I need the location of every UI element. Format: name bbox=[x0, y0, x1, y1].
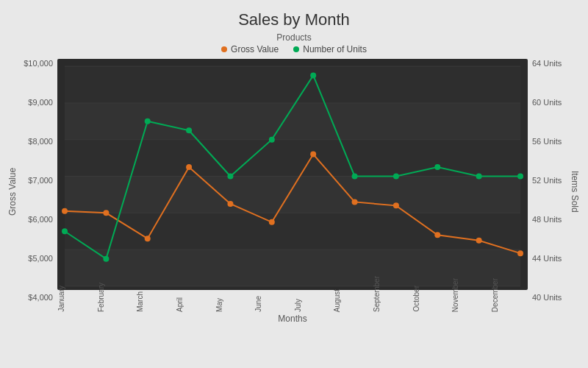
x-tick: August bbox=[333, 289, 370, 312]
svg-point-24 bbox=[476, 238, 482, 244]
y-tick-right: 40 Units bbox=[532, 293, 562, 302]
chart-wrapper: Gross Value $10,000$9,000$8,000$7,000$6,… bbox=[7, 59, 581, 324]
svg-point-18 bbox=[227, 201, 233, 207]
y-tick-left: $9,000 bbox=[28, 98, 53, 107]
y-tick-left: $8,000 bbox=[28, 137, 53, 146]
svg-point-16 bbox=[145, 236, 151, 241]
svg-point-21 bbox=[352, 199, 358, 205]
svg-point-27 bbox=[103, 256, 109, 262]
svg-point-14 bbox=[62, 208, 68, 214]
x-tick: October bbox=[412, 286, 449, 312]
y-tick-left: $7,000 bbox=[28, 176, 53, 185]
svg-point-26 bbox=[62, 228, 68, 234]
svg-point-20 bbox=[310, 152, 316, 158]
y-tick-right: 60 Units bbox=[532, 98, 562, 107]
svg-point-25 bbox=[517, 250, 523, 256]
y-axis-left-group: Gross Value $10,000$9,000$8,000$7,000$6,… bbox=[7, 59, 57, 324]
svg-rect-9 bbox=[65, 213, 520, 250]
svg-point-23 bbox=[434, 232, 440, 238]
legend-label-gross: Gross Value bbox=[231, 44, 279, 54]
y-tick-right: 44 Units bbox=[532, 254, 562, 263]
chart-svg-container bbox=[57, 59, 528, 290]
legend-items: Gross Value Number of Units bbox=[221, 44, 367, 54]
svg-point-19 bbox=[269, 219, 275, 225]
chart-title: Sales by Month bbox=[238, 10, 350, 29]
legend-item-units: Number of Units bbox=[293, 44, 367, 54]
svg-point-17 bbox=[186, 164, 192, 170]
x-tick: September bbox=[373, 276, 409, 312]
y-axis-left-label: Gross Value bbox=[7, 59, 18, 324]
svg-point-22 bbox=[393, 202, 399, 208]
x-tick: July bbox=[294, 299, 331, 312]
svg-point-36 bbox=[476, 174, 482, 180]
legend-dot-units bbox=[293, 46, 299, 52]
y-axis-right: 64 Units60 Units56 Units52 Units48 Units… bbox=[528, 59, 569, 324]
svg-point-37 bbox=[517, 174, 523, 180]
y-tick-left: $6,000 bbox=[28, 215, 53, 224]
x-axis-labels: JanuaryFebruaryMarchAprilMayJuneJulyAugu… bbox=[57, 290, 528, 312]
y-tick-left: $5,000 bbox=[28, 254, 53, 263]
y-tick-right: 52 Units bbox=[532, 176, 562, 185]
svg-point-34 bbox=[393, 174, 399, 180]
x-axis-title: Months bbox=[57, 314, 528, 324]
svg-rect-1 bbox=[65, 66, 520, 103]
y-axis-right-group: 64 Units60 Units56 Units52 Units48 Units… bbox=[528, 59, 581, 324]
x-tick: December bbox=[491, 278, 528, 312]
svg-point-28 bbox=[145, 118, 151, 124]
y-tick-right: 64 Units bbox=[532, 59, 562, 68]
svg-point-33 bbox=[352, 174, 358, 180]
svg-point-30 bbox=[227, 174, 233, 180]
x-tick: June bbox=[254, 296, 291, 312]
svg-rect-7 bbox=[65, 177, 520, 213]
y-tick-left: $10,000 bbox=[24, 59, 53, 68]
legend-item-gross: Gross Value bbox=[221, 44, 279, 54]
x-tick: May bbox=[215, 298, 252, 312]
svg-point-32 bbox=[310, 72, 316, 78]
y-tick-right: 48 Units bbox=[532, 215, 562, 224]
svg-point-31 bbox=[269, 137, 275, 143]
chart-area-container: JanuaryFebruaryMarchAprilMayJuneJulyAugu… bbox=[57, 59, 528, 324]
x-tick: April bbox=[176, 297, 212, 312]
y-axis-right-label: Items Sold bbox=[569, 59, 581, 324]
svg-point-29 bbox=[186, 127, 192, 133]
svg-point-15 bbox=[103, 210, 109, 216]
x-tick: January bbox=[57, 286, 94, 312]
y-tick-right: 56 Units bbox=[532, 137, 562, 146]
x-tick: March bbox=[136, 291, 173, 312]
legend-dot-gross bbox=[221, 46, 227, 52]
legend-label-units: Number of Units bbox=[303, 44, 367, 54]
legend-title: Products bbox=[276, 32, 311, 43]
chart-svg bbox=[57, 59, 528, 290]
x-tick: February bbox=[97, 283, 134, 312]
legend-container: Products Gross Value Number of Units bbox=[221, 32, 367, 54]
x-tick: November bbox=[451, 278, 488, 312]
svg-point-35 bbox=[434, 164, 440, 170]
y-axis-left: $10,000$9,000$8,000$7,000$6,000$5,000$4,… bbox=[19, 59, 57, 324]
y-tick-left: $4,000 bbox=[28, 293, 53, 302]
